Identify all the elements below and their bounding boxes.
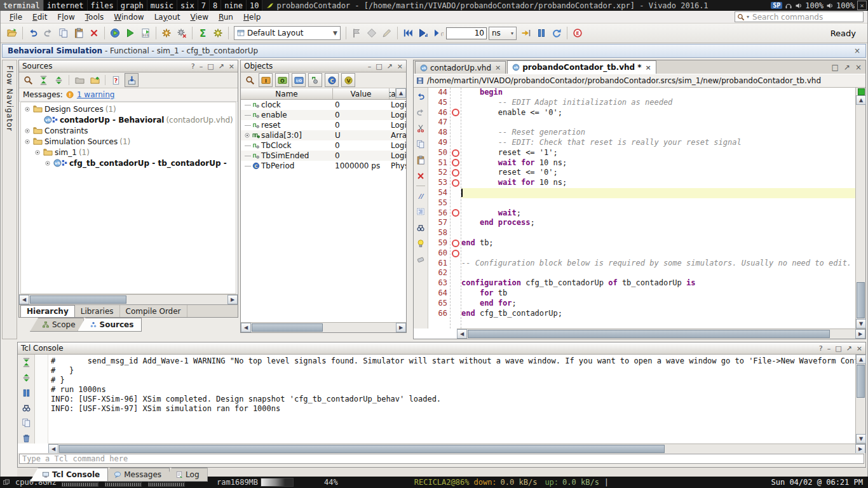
objects-filter-output-button[interactable]: O	[275, 73, 289, 87]
breakpoint-marker[interactable]	[452, 159, 459, 166]
toolbar-flag-button[interactable]	[349, 25, 364, 41]
toolbar-relaunch-button[interactable]	[549, 25, 564, 41]
scroll-left-arrow[interactable]: ◀	[241, 323, 251, 332]
sources-open-folder-button[interactable]	[73, 74, 86, 86]
object-row[interactable]: reset0Logic	[241, 120, 406, 130]
breakpoint-cell[interactable]	[451, 218, 461, 228]
breakpoint-cell[interactable]	[451, 108, 461, 118]
code-line[interactable]: wait;	[461, 208, 855, 219]
tcl-pause-button[interactable]	[20, 388, 32, 398]
toolbar-options-button[interactable]	[210, 25, 226, 41]
scroll-thumb[interactable]	[30, 295, 126, 304]
editor-indent-button[interactable]	[414, 205, 427, 218]
object-row[interactable]: CTbPeriod1000000 psPhysic...	[241, 161, 406, 171]
column-header-type[interactable]: Data Ty.	[390, 88, 396, 99]
editor-bulb-button[interactable]	[414, 237, 427, 250]
taskbar-close-icon[interactable]: ✕	[857, 1, 867, 10]
objects-scroll-up-arrow[interactable]: ▲	[396, 88, 406, 98]
scroll-left-arrow[interactable]: ◀	[457, 329, 467, 339]
tab-hierarchy[interactable]: Hierarchy	[20, 305, 75, 317]
code-line[interactable]: -- EDIT Adapt initialization as needed	[461, 98, 855, 108]
toolbar-pause-button[interactable]	[534, 25, 549, 41]
breakpoint-marker[interactable]	[452, 240, 459, 247]
breakpoint-cell[interactable]	[451, 238, 461, 248]
breakpoint-cell[interactable]	[451, 228, 461, 238]
code-line[interactable]	[461, 198, 855, 208]
code-line[interactable]: configuration cfg_tb_contadorUp of tb_co…	[461, 278, 855, 288]
menu-layout[interactable]: Layout	[149, 12, 186, 22]
tab-tcl-console[interactable]: Tcl Console	[30, 468, 108, 482]
sources-search-button[interactable]	[22, 74, 34, 86]
breakpoint-cell[interactable]	[451, 168, 461, 178]
code-line[interactable]	[461, 188, 855, 198]
breakpoint-cell[interactable]	[451, 128, 461, 138]
sources-maximize-icon[interactable]: □	[207, 62, 214, 71]
breakpoint-marker[interactable]	[452, 179, 459, 187]
tcl-console-header[interactable]: Tcl Console ? – □ ↗ ×	[18, 342, 865, 355]
editor-comment-button[interactable]: //	[414, 189, 427, 202]
breakpoint-cell[interactable]	[451, 299, 461, 309]
scroll-thumb[interactable]	[59, 445, 665, 453]
workspace-files[interactable]: files	[88, 0, 118, 11]
breakpoint-cell[interactable]	[451, 88, 461, 98]
code-line[interactable]: begin	[461, 88, 855, 98]
scroll-up-arrow[interactable]: ▲	[856, 95, 866, 105]
code-line[interactable]	[461, 248, 855, 259]
tcl-find-button[interactable]	[20, 402, 32, 413]
editor-code-area[interactable]: begin -- EDIT Adapt initialization as ne…	[461, 88, 855, 329]
scroll-down-arrow[interactable]: ▼	[856, 434, 866, 444]
workspace-six[interactable]: six	[177, 0, 198, 11]
workspace-8[interactable]: 8	[210, 0, 221, 11]
toolbar-paste-button[interactable]	[71, 25, 86, 41]
sources-expand-all-button[interactable]	[52, 74, 65, 86]
tcl-vscrollbar[interactable]: ▲ ▼	[855, 355, 865, 444]
sources-panel-header[interactable]: Sources ? – □ ↗ ×	[19, 60, 238, 72]
search-input[interactable]	[751, 12, 861, 22]
toolbar-edit-button[interactable]	[379, 25, 395, 41]
expander-icon[interactable]	[24, 105, 31, 113]
breakpoint-cell[interactable]	[451, 248, 461, 259]
breakpoint-cell[interactable]	[451, 118, 461, 128]
code-line[interactable]: -- EDIT: Check that reset is really your…	[461, 138, 855, 148]
headphones-icon[interactable]	[785, 2, 792, 10]
code-line[interactable]: end process;	[461, 218, 855, 228]
object-row[interactable]: enable0Logic	[241, 110, 406, 120]
editor-cut-button[interactable]	[414, 122, 427, 135]
workspace-10[interactable]: 10	[247, 0, 262, 11]
tab-close-icon[interactable]: ×	[646, 64, 651, 72]
expander-icon[interactable]	[24, 138, 31, 146]
search-dropdown-arrow[interactable]: ▾	[747, 14, 749, 20]
objects-filter-signal-button[interactable]	[308, 73, 322, 87]
tcl-hscrollbar[interactable]: ◀ ▶	[48, 444, 865, 453]
breakpoint-cell[interactable]	[451, 138, 461, 148]
toolbar-run-button[interactable]	[123, 25, 138, 41]
workspace-active[interactable]: terminal	[0, 0, 44, 11]
tree-item[interactable]: Constraints	[21, 125, 236, 136]
tcl-output[interactable]: # send_msg_id Add_Wave-1 WARNING "No top…	[48, 355, 855, 444]
simulation-close-icon[interactable]: ×	[854, 46, 860, 55]
code-line[interactable]	[461, 118, 855, 128]
toolbar-open-project-button[interactable]	[4, 25, 20, 41]
tab-close-icon[interactable]: ×	[495, 64, 501, 72]
scroll-thumb[interactable]	[468, 330, 830, 338]
column-header-value[interactable]: Value	[333, 88, 390, 99]
code-line[interactable]: wait for 10 ns;	[461, 178, 855, 188]
breakpoint-cell[interactable]	[451, 158, 461, 168]
sources-close-icon[interactable]: ×	[229, 62, 234, 71]
object-row[interactable]: TbSimEnded0Logic	[241, 151, 406, 161]
breakpoint-cell[interactable]	[451, 309, 461, 319]
sources-collapse-all-button[interactable]	[37, 74, 50, 86]
code-line[interactable]: reset <= '1';	[461, 148, 855, 158]
tcl-copy-button[interactable]	[20, 417, 32, 428]
toolbar-compare-button[interactable]	[364, 25, 379, 41]
breakpoint-marker[interactable]	[452, 109, 459, 116]
scroll-thumb[interactable]	[252, 323, 323, 332]
editor-close-icon[interactable]: ×	[855, 63, 862, 72]
editor-undo-button[interactable]	[414, 90, 427, 103]
code-line[interactable]: -- Reset generation	[461, 128, 855, 138]
breakpoint-cell[interactable]	[451, 198, 461, 208]
tab-log[interactable]: Log	[163, 468, 207, 482]
objects-filter-input-button[interactable]: I	[259, 73, 273, 87]
object-row[interactable]: salida[3:0]UArray	[241, 130, 406, 140]
breakpoint-cell[interactable]	[451, 268, 461, 278]
